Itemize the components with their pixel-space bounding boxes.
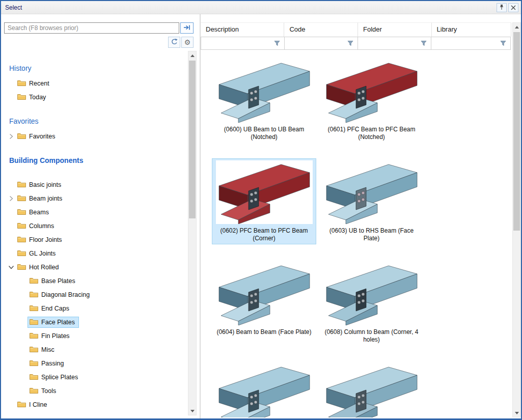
- sidebar-item-splice-plates[interactable]: Splice Plates: [1, 370, 185, 384]
- column-label-row: DescriptionCodeFolderLibrary: [201, 22, 511, 37]
- component-card-item[interactable]: [212, 361, 316, 417]
- component-thumbnail: [216, 160, 313, 224]
- folder-icon: [17, 401, 26, 409]
- tree-scrollbar-thumb[interactable]: [189, 61, 196, 218]
- column-header-code[interactable]: Code: [284, 22, 358, 37]
- sidebar-item-label: Columns: [29, 222, 54, 230]
- titlebar[interactable]: Select: [1, 1, 521, 14]
- sidebar-item-passing[interactable]: Passing: [1, 356, 185, 370]
- tree-row-inner[interactable]: Basic joints: [15, 179, 65, 190]
- sidebar-item-label: Face Plates: [41, 319, 75, 326]
- sidebar-item-face-plates[interactable]: Face Plates: [1, 315, 185, 329]
- column-header-description[interactable]: Description: [201, 22, 284, 37]
- sidebar-item-recent[interactable]: Recent: [1, 76, 185, 90]
- scroll-down-icon[interactable]: [513, 409, 520, 417]
- refresh-icon: [171, 38, 178, 47]
- tree-row-inner[interactable]: Splice Plates: [28, 372, 82, 383]
- column-filter-library[interactable]: [431, 37, 511, 50]
- tree-row-inner[interactable]: Misc: [28, 344, 59, 355]
- sidebar-item-gl-joints[interactable]: GL Joints: [1, 246, 185, 260]
- grid-scrollbar-thumb[interactable]: [513, 32, 520, 231]
- settings-button[interactable]: ⚙: [181, 37, 194, 48]
- component-card-item[interactable]: [319, 361, 424, 417]
- sidebar-item-fin-plates[interactable]: Fin Plates: [1, 329, 185, 343]
- close-icon: [511, 3, 516, 12]
- sidebar-item-favorites[interactable]: Favorites: [1, 129, 185, 143]
- tree-row-inner[interactable]: Face Plates: [28, 317, 79, 328]
- sidebar-item-diagonal-bracing[interactable]: Diagonal Bracing: [1, 288, 185, 301]
- sidebar-item-columns[interactable]: Columns: [1, 219, 185, 233]
- tree-section-building-components: Building Components: [9, 156, 185, 164]
- refresh-button[interactable]: [168, 37, 180, 48]
- sidebar-item-hot-rolled[interactable]: Hot Rolled: [1, 260, 185, 274]
- search-go-button[interactable]: [180, 22, 194, 34]
- tree-row-inner[interactable]: Fin Plates: [28, 330, 74, 342]
- scroll-down-icon[interactable]: [188, 407, 196, 415]
- sidebar-item-end-caps[interactable]: End Caps: [1, 301, 185, 315]
- component-card-0600-ub-beam-to-ub-beam-notched[interactable]: (0600) UB Beam to UB Beam (Notched): [212, 57, 316, 143]
- component-card-0603-ub-to-rhs-beam-face-plate[interactable]: (0603) UB to RHS Beam (Face Plate): [319, 158, 424, 244]
- column-filter-folder[interactable]: [358, 37, 431, 50]
- sidebar-item-label: GL Joints: [29, 250, 56, 257]
- tree-row-inner[interactable]: Beams: [15, 207, 53, 218]
- sidebar-item-today[interactable]: Today: [1, 90, 185, 104]
- folder-icon: [30, 291, 38, 299]
- pin-button[interactable]: [497, 3, 507, 12]
- column-header-folder[interactable]: Folder: [358, 22, 432, 37]
- tree-row-inner[interactable]: Diagonal Bracing: [28, 289, 94, 300]
- filter-funnel-icon[interactable]: [498, 38, 508, 48]
- tree-row-inner[interactable]: Beam joints: [15, 193, 66, 204]
- component-label: (0600) UB Beam to UB Beam (Notched): [214, 126, 314, 141]
- tree-row-inner[interactable]: Hot Rolled: [15, 262, 63, 273]
- chevron-down-icon[interactable]: [7, 265, 15, 269]
- search-input[interactable]: [4, 22, 179, 34]
- tree-row-inner[interactable]: I Cline: [15, 399, 51, 410]
- sidebar-item-i-cline[interactable]: I Cline: [1, 398, 185, 411]
- arrow-right-icon: [183, 23, 190, 33]
- sidebar-item-beams[interactable]: Beams: [1, 205, 185, 219]
- tree-row-inner[interactable]: Base Plates: [28, 275, 79, 287]
- column-filter-code[interactable]: [284, 37, 358, 50]
- component-label: (0604) Beam to Beam (Face Plate): [214, 328, 314, 344]
- scroll-up-icon[interactable]: [188, 51, 196, 60]
- scroll-up-icon[interactable]: [513, 23, 520, 31]
- sidebar-item-base-plates[interactable]: Base Plates: [1, 274, 185, 288]
- column-header-library[interactable]: Library: [432, 22, 511, 37]
- component-card-0604-beam-to-beam-face-plate[interactable]: (0604) Beam to Beam (Face Plate): [212, 260, 316, 346]
- sidebar-item-misc[interactable]: Misc: [1, 343, 185, 356]
- tree-row-inner[interactable]: Today: [15, 92, 50, 103]
- filter-funnel-icon[interactable]: [345, 38, 355, 48]
- sidebar-item-floor-joints[interactable]: Floor Joints: [1, 233, 185, 246]
- grid-scrollbar[interactable]: [512, 22, 521, 417]
- component-thumbnail: [323, 262, 420, 325]
- column-filter-description[interactable]: [201, 37, 285, 50]
- sidebar-item-tools[interactable]: Tools: [1, 384, 185, 398]
- sidebar-item-basic-joints[interactable]: Basic joints: [1, 178, 185, 191]
- chevron-right-icon[interactable]: [7, 133, 15, 139]
- tree-scrollbar[interactable]: [188, 51, 197, 415]
- chevron-right-icon[interactable]: [7, 195, 15, 202]
- component-card-0602-pfc-beam-to-pfc-beam-corner[interactable]: (0602) PFC Beam to PFC Beam (Corner): [212, 158, 316, 244]
- folder-icon: [17, 236, 26, 244]
- folder-icon: [30, 277, 38, 285]
- tree-row-inner[interactable]: Recent: [15, 78, 53, 89]
- tree-row-inner[interactable]: End Caps: [28, 303, 73, 314]
- component-thumbnail: [216, 59, 313, 123]
- sidebar-item-beam-joints[interactable]: Beam joints: [1, 191, 185, 205]
- folder-icon: [17, 194, 26, 203]
- tree-row-inner[interactable]: Favorites: [15, 131, 59, 142]
- component-grid: (0600) UB Beam to UB Beam (Notched)(0601…: [201, 50, 511, 417]
- component-card-0608-column-to-beam-corner-4-holes[interactable]: (0608) Column to Beam (Corner, 4 holes): [319, 260, 424, 346]
- tree-row-inner[interactable]: GL Joints: [15, 248, 60, 259]
- sidebar-item-label: Tools: [41, 387, 56, 395]
- tree-row-inner[interactable]: Columns: [15, 220, 58, 232]
- tree-row-inner[interactable]: Floor Joints: [15, 234, 66, 245]
- component-card-0601-pfc-beam-to-pfc-beam-notched[interactable]: (0601) PFC Beam to PFC Beam (Notched): [319, 57, 424, 143]
- filter-funnel-icon[interactable]: [272, 38, 282, 48]
- folder-icon: [30, 359, 38, 368]
- close-button[interactable]: [508, 3, 518, 12]
- filter-funnel-icon[interactable]: [419, 38, 429, 48]
- tree-row-inner[interactable]: Passing: [28, 358, 68, 369]
- tree-row-inner[interactable]: Tools: [28, 385, 60, 397]
- folder-icon: [17, 263, 26, 271]
